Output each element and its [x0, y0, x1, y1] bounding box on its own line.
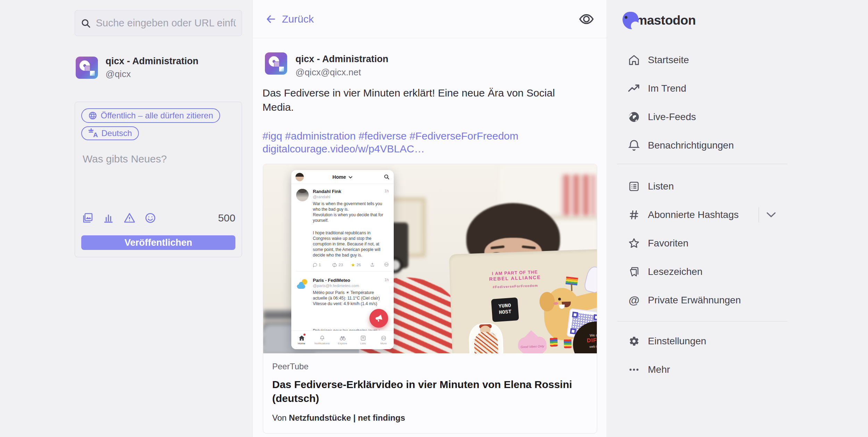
compose-toolbar: 500 — [81, 210, 235, 226]
nav-label: Private Erwähnungen — [648, 295, 741, 306]
status-link[interactable]: digitalcourage.video/w/p4VBLAC… — [262, 143, 425, 155]
nav-label: Favoriten — [648, 238, 688, 249]
language-dropdown[interactable]: A Deutsch — [81, 126, 139, 140]
app-tab-home: Home — [291, 331, 312, 349]
at-icon: @ — [628, 294, 639, 307]
attach-media-button[interactable] — [81, 211, 94, 225]
nav-lists[interactable]: Listen — [617, 172, 791, 201]
nav-favourites[interactable]: Favoriten — [617, 229, 791, 258]
nav-notifications[interactable]: Benachrichtigungen — [617, 131, 791, 160]
status-hashtags[interactable]: #igq #administration #fediverse #Fediver… — [262, 129, 585, 143]
binoculars-tab-icon — [340, 335, 346, 341]
app-post-time: 1h — [384, 189, 389, 194]
app-post-text: Revolution is when you decide that for y… — [313, 212, 389, 223]
list-icon — [628, 181, 640, 192]
more-tab-icon — [381, 335, 386, 341]
detail-column: Zurück qicx - Administration @qicx@qicx.… — [252, 0, 607, 437]
nav-settings[interactable]: Einstellungen — [617, 327, 791, 355]
account-handle: @qicx — [106, 69, 199, 79]
status-author[interactable] — [265, 52, 287, 75]
poll-icon — [103, 212, 115, 224]
search-box[interactable] — [75, 10, 242, 36]
nav-label: Einstellungen — [648, 336, 706, 347]
emoji-picker-button[interactable] — [144, 211, 157, 225]
app-post-name: Randahl Fink — [313, 189, 341, 194]
globe-icon — [88, 111, 97, 120]
publish-button[interactable]: Veröffentlichen — [81, 235, 235, 250]
status-author-names[interactable]: qicx - Administration @qicx@qicx.net — [295, 54, 389, 78]
favourite-icon: ★ — [351, 262, 355, 268]
column-header: Zurück — [253, 0, 607, 38]
privacy-dropdown[interactable]: Öffentlich – alle dürfen zitieren — [81, 108, 220, 123]
mastodon-app: qicx - Administration @qicx Öffentlich –… — [0, 0, 868, 437]
preview-image[interactable]: I AM PART OF THE REBEL ALLIANCE #Fediver… — [263, 164, 597, 353]
back-button[interactable]: Zurück — [265, 13, 314, 25]
warning-icon — [123, 212, 136, 224]
link-preview-card[interactable]: I AM PART OF THE REBEL ALLIANCE #Fediver… — [263, 164, 597, 434]
eye-icon — [579, 13, 594, 25]
laptop-lid: I AM PART OF THE REBEL ALLIANCE #Fediver… — [449, 249, 597, 353]
privacy-label: Öffentlich – alle dürfen zitieren — [101, 111, 213, 120]
reply-icon — [313, 263, 317, 267]
compose-fab — [369, 309, 388, 328]
bell-tab-icon — [319, 335, 325, 341]
nav-home[interactable]: Startseite — [617, 46, 791, 74]
nav-label: Lesezeichen — [648, 266, 702, 277]
more-icon — [384, 262, 389, 267]
app-weather-avatar — [296, 278, 309, 290]
book-stack — [562, 175, 595, 216]
sticker-heart: Good Vibes Only — [520, 335, 545, 353]
nav-followed-hashtags[interactable]: Abonnierte Hashtags — [617, 201, 791, 229]
globe-icon — [628, 111, 640, 123]
nav-private-mentions[interactable]: @ Private Erwähnungen — [617, 286, 791, 314]
search-icon — [81, 18, 91, 28]
search-input[interactable] — [96, 17, 236, 29]
add-poll-button[interactable] — [102, 211, 115, 225]
nav-label: Startseite — [648, 54, 689, 66]
app-tab-bar: Home Notifications Explore Lists — [291, 330, 394, 349]
nav-divider — [617, 164, 787, 164]
nav-live-feeds[interactable]: Live-Feeds — [617, 103, 791, 131]
mastodon-logo[interactable]: mastodon — [623, 12, 696, 29]
compose-textarea[interactable]: Was gibts Neues? — [83, 153, 167, 165]
sticker-yunohost: YUNO HOST — [491, 297, 519, 322]
ellipsis-icon — [628, 364, 640, 376]
arrow-left-icon — [265, 14, 276, 25]
back-label: Zurück — [282, 13, 314, 25]
app-feed-title: Home — [291, 174, 394, 180]
chevron-down-icon[interactable] — [766, 212, 776, 218]
nav-label: Listen — [648, 181, 674, 192]
app-post: Randahl Fink 1h @randahl War is when the… — [291, 185, 394, 268]
hashtags-divider — [759, 207, 759, 222]
status-text: Das Fediverse in vier Minuten erklärt! E… — [262, 86, 585, 114]
status-author-avatar — [265, 52, 287, 75]
card-byline-prefix: Von — [272, 413, 289, 422]
lists-tab-icon — [360, 335, 366, 341]
nav-trending[interactable]: Im Trend — [617, 74, 791, 103]
app-post-text: Météo pour Paris ☀ Température actuelle … — [313, 290, 389, 306]
nav-more[interactable]: Mehr — [617, 355, 791, 384]
app-post-divider — [296, 271, 394, 272]
bookmark-icon — [628, 266, 640, 277]
app-post-actions: 1 23 ★26 — [313, 262, 389, 268]
translate-icon: A — [88, 128, 98, 138]
app-post-handle: @randahl — [313, 195, 389, 199]
gear-icon — [628, 336, 640, 347]
share-icon — [370, 262, 375, 267]
card-title: Das Fediverse-Erklärvideo in vier Minute… — [272, 378, 578, 405]
app-tab-explore: Explore — [332, 331, 353, 349]
status-author-display-name: qicx - Administration — [295, 54, 389, 65]
nav-label: Mehr — [648, 364, 670, 375]
compose-form: Öffentlich – alle dürfen zitieren A Deut… — [75, 102, 242, 257]
nav-label: Live-Feeds — [648, 111, 696, 123]
trending-icon — [628, 84, 640, 93]
content-warning-button[interactable] — [123, 211, 136, 225]
nav-bookmarks[interactable]: Lesezeichen — [617, 258, 791, 286]
app-header: Home — [291, 170, 394, 184]
language-label: Deutsch — [101, 128, 132, 138]
app-post-time: 1h — [384, 278, 389, 283]
bell-icon — [628, 140, 640, 151]
nav-label: Abonnierte Hashtags — [648, 209, 739, 220]
current-account[interactable]: qicx - Administration @qicx — [76, 56, 239, 80]
column-settings-button[interactable] — [579, 13, 594, 25]
